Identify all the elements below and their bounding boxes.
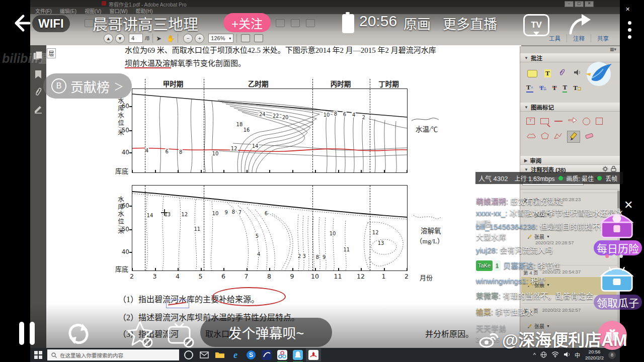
callout-icon[interactable] — [540, 118, 549, 124]
streamer-title: 晨哥讲高三地理 — [93, 12, 198, 34]
review-header[interactable]: ▶审阅 — [520, 156, 620, 165]
menu-edit[interactable]: 编辑(E) — [60, 7, 76, 15]
share-icon[interactable] — [568, 13, 594, 37]
meeting-app-icon[interactable] — [276, 349, 288, 361]
menu-file[interactable]: 文件(F) — [35, 7, 52, 15]
pause-button[interactable] — [19, 322, 35, 345]
panel-options-icon[interactable]: ▦▾ — [610, 47, 616, 52]
note-to-text-icon[interactable]: T❑ — [573, 84, 581, 92]
underline-icon[interactable]: T — [562, 83, 567, 93]
internet-explorer-icon[interactable]: e — [229, 349, 242, 361]
signature-icon[interactable] — [34, 105, 43, 114]
zoom-level-select[interactable]: 126%▾ — [208, 34, 233, 43]
insert-text-icon[interactable]: T^ — [526, 83, 533, 93]
sunflower-seeds-chest[interactable] — [596, 260, 638, 297]
hand-tool-icon[interactable]: ✋ — [167, 35, 175, 42]
line-icon[interactable] — [554, 121, 562, 122]
file-explorer-icon[interactable] — [214, 349, 226, 361]
drawing-markups-header[interactable]: ▼图画标记 — [520, 103, 620, 112]
x-tick — [269, 170, 270, 172]
acrobat-taskbar-icon[interactable] — [306, 348, 321, 361]
claim-seeds-label[interactable]: 领取瓜子 — [594, 295, 642, 310]
contour-value-label: 16 — [243, 127, 251, 132]
chart2-dissolved-oxygen: 1413121098761154238910111213 605040库底 — [132, 185, 408, 271]
fit-width-icon[interactable] — [241, 34, 250, 42]
text-box-icon[interactable]: T — [526, 118, 535, 125]
oval-icon[interactable] — [583, 118, 590, 125]
refresh-icon[interactable] — [64, 320, 93, 350]
quality-selector[interactable]: 原画 — [404, 14, 431, 33]
overflow-menu-icon[interactable] — [628, 21, 631, 39]
polygon-icon[interactable] — [541, 132, 549, 142]
block-danmaku-icon[interactable] — [166, 322, 195, 351]
polyline-icon[interactable] — [553, 132, 562, 142]
maximize-button[interactable]: ▢ — [575, 1, 584, 7]
rectangle-icon[interactable] — [596, 118, 603, 125]
comment-page-row[interactable]: 第 4 页2020/2/2 20:54:37 — [520, 269, 581, 276]
mail-icon[interactable] — [198, 349, 210, 361]
record-audio-icon[interactable] — [573, 68, 581, 78]
attach-file-icon[interactable] — [558, 68, 566, 78]
ime-indicator[interactable]: 中 — [575, 351, 580, 359]
highlight-text-icon[interactable]: T — [544, 69, 551, 77]
page-number-input[interactable]: 4 — [129, 34, 143, 43]
tray-expand-icon[interactable]: ^ — [533, 352, 536, 358]
strikethrough-icon[interactable]: T — [552, 84, 557, 92]
prev-page-button[interactable]: ▲ — [104, 34, 113, 43]
network-globe-icon[interactable] — [540, 351, 547, 359]
browser-s-icon[interactable]: S — [245, 349, 257, 361]
live-stream-screen: 寒假作业1.pdf - Adobe Acrobat Pro – ▢ ✕ 文件(F… — [0, 0, 644, 362]
daily-adventure-chest[interactable] — [596, 205, 638, 243]
zoom-out-button[interactable]: − — [183, 34, 193, 43]
eraser-tool-icon[interactable] — [585, 132, 595, 141]
volume-icon[interactable] — [564, 351, 570, 358]
highlight-icon[interactable] — [291, 19, 300, 27]
daily-adventure-label[interactable]: 每日历险 — [594, 240, 642, 255]
comment-page-row[interactable]: 第 3 页2020/2/2 20:28:23 — [520, 197, 581, 204]
replace-text-icon[interactable]: T^ — [539, 84, 546, 92]
contour-value-label: 2 — [362, 114, 366, 120]
block-effects-icon[interactable] — [125, 320, 155, 351]
start-button[interactable] — [32, 349, 44, 361]
pencil-icon — [527, 234, 532, 239]
widget-pager-dots[interactable] — [605, 254, 623, 258]
stamp-icon[interactable] — [306, 19, 315, 27]
wifi-icon[interactable] — [551, 351, 559, 358]
chart-period-label: 丁时期 — [378, 78, 399, 88]
contour-value-label: 4 — [352, 112, 356, 118]
sticky-note-icon[interactable] — [527, 70, 537, 77]
attachments-icon[interactable] — [34, 87, 43, 97]
x-tick — [223, 268, 224, 270]
small-close-icon[interactable]: ✕ — [625, 6, 630, 13]
dark-app-icon[interactable] — [261, 349, 273, 361]
follow-button[interactable]: +关注 — [223, 13, 271, 32]
minimize-button[interactable]: – — [565, 1, 574, 7]
fit-page-icon[interactable] — [254, 34, 263, 42]
comment-page-row[interactable]: 第 4 页2020/2/2 20:52:57 — [520, 307, 581, 314]
page-total: /8 — [145, 35, 149, 41]
pencil-tool-selected[interactable] — [567, 131, 580, 143]
qq-icon[interactable] — [292, 349, 304, 361]
tab-share[interactable]: 共享 — [591, 34, 615, 42]
cast-tv-button[interactable]: TV — [523, 14, 549, 36]
zoom-in-button[interactable]: + — [195, 34, 204, 43]
cloud-icon[interactable] — [526, 132, 536, 141]
comment-bubble-icon[interactable] — [276, 19, 285, 27]
notification-badge[interactable]: 8 — [608, 351, 616, 359]
close-button[interactable]: ✕ — [585, 1, 594, 7]
more-streams-link[interactable]: 更多直播 — [443, 14, 497, 33]
bookmarks-icon[interactable] — [34, 70, 43, 79]
contour-value-label: 8 — [231, 209, 235, 215]
next-page-button[interactable]: ▼ — [115, 34, 125, 43]
contribution-rank-pill[interactable]: B 贡献榜 ＞ — [43, 73, 132, 99]
comment-author-row[interactable]: 张晨▼ — [520, 281, 550, 289]
taskbar-search-box[interactable]: 在这里输入你要搜索的内容 — [47, 349, 179, 360]
select-tool-icon[interactable]: ➤ — [156, 35, 162, 42]
danmaku-input[interactable]: 发个弹幕呗~ — [200, 318, 332, 347]
back-icon[interactable] — [11, 13, 31, 35]
arrow-icon[interactable] — [568, 117, 577, 126]
contour-value-label: 11 — [193, 226, 201, 232]
comment-author-row[interactable]: 张晨▼ — [520, 233, 550, 240]
comment-author-row[interactable]: 张晨▼ — [520, 211, 550, 218]
stream-stats-bar: 人气 4302 上行 1.63mbps 画质: 最佳 丢帧 — [475, 172, 623, 184]
